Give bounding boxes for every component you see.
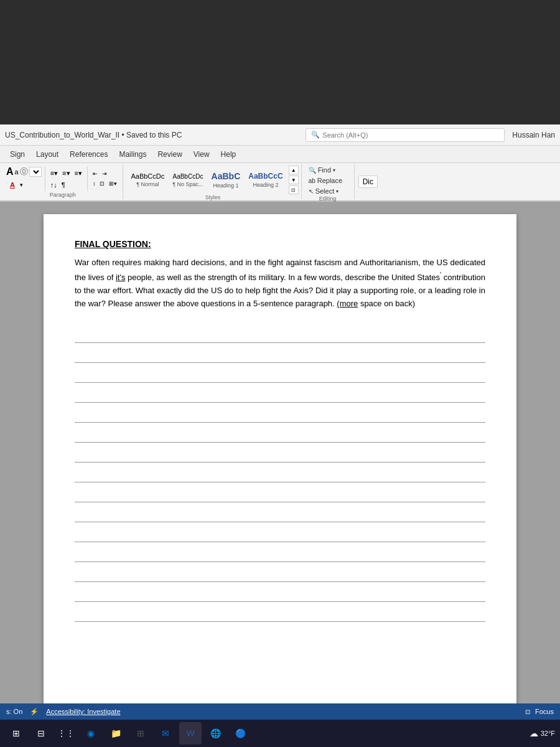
underline-more: (more xyxy=(337,299,358,308)
weather-icon: ☁ xyxy=(530,728,538,738)
font-name-area: A a ⓪ ≡ A ▾ xyxy=(6,166,42,191)
title-bar-left: US_Contribution_to_World_War_II • Saved … xyxy=(5,131,306,139)
taskbar-edge-btn[interactable]: ◉ xyxy=(80,722,102,745)
answer-line-7[interactable] xyxy=(75,443,485,463)
menu-layout[interactable]: Layout xyxy=(31,148,63,161)
taskbar-grid-btn[interactable]: ⊞ xyxy=(129,722,152,745)
accessibility-label[interactable]: Accessibility: Investigate xyxy=(46,708,120,715)
numbered-list-btn[interactable]: ≡▾ xyxy=(60,168,72,179)
line-spacing-btn[interactable]: ↕ xyxy=(91,179,98,188)
document-area: FINAL QUESTION: War often requires makin… xyxy=(0,202,560,703)
focus-label[interactable]: Focus xyxy=(535,708,554,715)
underline-its: it's xyxy=(116,273,125,282)
answer-line-6[interactable] xyxy=(75,423,485,443)
styles-expand-btn[interactable]: ⊡ xyxy=(289,186,299,194)
style-h2-label: Heading 2 xyxy=(253,182,278,188)
taskbar-search-btn[interactable]: ⊟ xyxy=(30,722,52,745)
weather-info: ☁ 32°F xyxy=(530,728,555,738)
replace-btn[interactable]: ab Replace xyxy=(307,176,349,185)
find-btn[interactable]: 🔍 Find ▾ xyxy=(307,166,349,174)
font-arrow-btn[interactable]: ▾ xyxy=(20,182,23,188)
align-indent-decrease[interactable]: ⇤ xyxy=(91,169,100,178)
paragraph-label: Paragraph xyxy=(50,192,76,198)
accessibility-icon: ⚡ xyxy=(30,708,39,716)
taskbar: ⊞ ⊟ ⋮⋮ ◉ 📁 ⊞ ✉ W 🌐 🔵 ☁ 32°F xyxy=(0,720,560,747)
bullet-list-btn[interactable]: ≡▾ xyxy=(49,168,60,179)
answer-line-11[interactable] xyxy=(75,522,485,542)
replace-icon: ab xyxy=(309,177,315,184)
style-nospace-preview: AaBbCcDc xyxy=(172,173,203,180)
style-normal-label: ¶ Normal xyxy=(136,181,159,187)
answer-line-5[interactable] xyxy=(75,403,485,423)
answer-line-10[interactable] xyxy=(75,502,485,522)
dict-btn[interactable]: Dic xyxy=(358,176,378,188)
answer-line-13[interactable] xyxy=(75,562,485,582)
menu-help[interactable]: Help xyxy=(216,148,241,161)
answer-line-4[interactable] xyxy=(75,383,485,403)
font-a-small[interactable]: a xyxy=(15,168,19,176)
font-special[interactable]: ⓪ xyxy=(20,166,28,177)
align-area: ⇤ ⇥ ↕ ⊡ ⊞▾ xyxy=(91,169,119,188)
font-format-select[interactable]: ≡ xyxy=(29,167,42,177)
shading-btn[interactable]: ⊡ xyxy=(98,179,106,188)
align-indent-increase[interactable]: ⇥ xyxy=(100,169,109,178)
multi-list-btn[interactable]: ≡▾ xyxy=(73,168,84,179)
status-bar: s: On ⚡ Accessibility: Investigate ⊡ Foc… xyxy=(0,703,560,720)
answer-line-1[interactable] xyxy=(75,323,485,343)
styles-scroll-btns[interactable]: ▲ ▼ ⊡ xyxy=(289,166,299,194)
taskbar-files-btn[interactable]: 📁 xyxy=(105,722,127,745)
answer-line-3[interactable] xyxy=(75,363,485,383)
status-right: ⊡ Focus xyxy=(525,708,554,715)
taskbar-word-btn[interactable]: W xyxy=(179,722,202,745)
select-btn[interactable]: ↖ Select ▾ xyxy=(307,187,349,195)
taskbar-mail-btn[interactable]: ✉ xyxy=(154,722,177,745)
menu-view[interactable]: View xyxy=(189,148,215,161)
weather-temp: 32°F xyxy=(541,730,555,737)
answer-line-12[interactable] xyxy=(75,542,485,562)
style-heading1[interactable]: AaBbC Heading 1 xyxy=(208,166,245,194)
answer-line-15[interactable] xyxy=(75,602,485,622)
final-question-heading: FINAL QUESTION: xyxy=(75,239,485,249)
menu-mailings[interactable]: Mailings xyxy=(114,148,151,161)
borders-btn[interactable]: ⊞▾ xyxy=(107,179,119,188)
select-icon: ↖ xyxy=(309,188,314,195)
taskbar-start-btn[interactable]: ⊞ xyxy=(5,722,27,745)
answer-line-14[interactable] xyxy=(75,582,485,602)
question-text: War often requires making hard decisions… xyxy=(75,256,485,311)
focus-icon: ⊡ xyxy=(525,708,530,715)
style-nospace[interactable]: AaBbCcDc ¶ No Spac... xyxy=(169,166,207,194)
replace-label: Replace xyxy=(317,177,342,184)
style-normal[interactable]: AaBbCcDc ¶ Normal xyxy=(127,166,168,194)
menu-sign[interactable]: Sign xyxy=(5,148,30,161)
find-icon: 🔍 xyxy=(309,167,316,174)
search-box[interactable]: 🔍 xyxy=(306,128,505,142)
ribbon-toolbar: A a ⓪ ≡ A ▾ ≡▾ ≡▾ ≡▾ xyxy=(0,163,560,202)
list-indent-area: ≡▾ ≡▾ ≡▾ ↑↓ ¶ xyxy=(49,168,84,190)
answer-line-9[interactable] xyxy=(75,482,485,502)
answer-line-2[interactable] xyxy=(75,343,485,363)
taskbar-widgets-btn[interactable]: ⋮⋮ xyxy=(55,722,77,745)
font-color-btn[interactable]: A xyxy=(6,179,19,191)
pilcrow-btn[interactable]: ¶ xyxy=(60,180,67,190)
search-input[interactable] xyxy=(322,131,499,139)
font-A-large[interactable]: A xyxy=(6,166,14,177)
taskbar-chrome-btn[interactable]: 🌐 xyxy=(204,722,226,745)
styles-label: Styles xyxy=(127,194,298,200)
styles-up-btn[interactable]: ▲ xyxy=(289,166,299,174)
taskbar-extra-btn[interactable]: 🔵 xyxy=(229,722,251,745)
list-row1: ≡▾ ≡▾ ≡▾ xyxy=(49,168,84,179)
divider1 xyxy=(45,166,45,191)
style-h2-preview: AaBbCcC xyxy=(248,172,282,181)
menu-references[interactable]: References xyxy=(65,148,113,161)
style-heading2[interactable]: AaBbCcC Heading 2 xyxy=(245,166,286,194)
answer-lines xyxy=(75,323,485,622)
styles-down-btn[interactable]: ▼ xyxy=(289,176,299,184)
search-icon: 🔍 xyxy=(311,131,320,139)
sort-btn[interactable]: ↑↓ xyxy=(49,180,59,190)
editing-label: Editing xyxy=(307,195,349,202)
answer-line-8[interactable] xyxy=(75,463,485,482)
font-controls: A a ⓪ ≡ A ▾ ≡▾ ≡▾ ≡▾ xyxy=(6,166,119,192)
menu-review[interactable]: Review xyxy=(152,148,187,161)
user-name: Hussain Han xyxy=(512,131,555,139)
title-filename: US_Contribution_to_World_War_II • Saved … xyxy=(5,131,182,139)
